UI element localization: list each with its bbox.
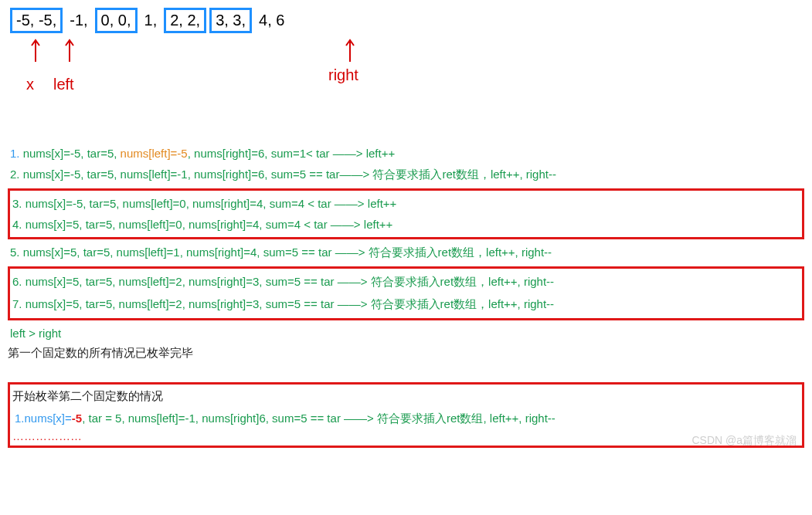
- step-3: 3. nums[x]=-5, tar=5, nums[left]=0, nums…: [10, 195, 802, 212]
- pointer-right-label: right: [328, 66, 358, 84]
- array-item-1: -1,: [66, 10, 91, 31]
- pointer-labels: x left right: [8, 76, 804, 107]
- arrow-left-icon: [63, 37, 76, 65]
- summary-1: 第一个固定数的所有情况已枚举完毕: [8, 346, 804, 361]
- step-4: 4. nums[x]=5, tar=5, nums[left]=0, nums[…: [10, 216, 802, 232]
- array-item-6: 4, 6: [255, 10, 288, 31]
- step-1: 1. nums[x]=-5, tar=5, nums[left]=-5, num…: [8, 145, 804, 161]
- array-item-3: 1,: [141, 10, 161, 31]
- algorithm-steps: 1. nums[x]=-5, tar=5, nums[left]=-5, num…: [8, 145, 804, 448]
- dots: ………………: [12, 429, 800, 442]
- red-box-group-1: 3. nums[x]=-5, tar=5, nums[left]=0, nums…: [8, 188, 804, 239]
- arrow-x-icon: [29, 37, 42, 65]
- watermark: CSDN @a篇博客就溜: [691, 434, 797, 448]
- step-5: 5. nums[x]=5, tar=5, nums[left]=1, nums[…: [8, 244, 804, 262]
- red-box-group-2: 6. nums[x]=5, tar=5, nums[left]=2, nums[…: [8, 266, 804, 320]
- step-2: 2. nums[x]=-5, tar=5, nums[left]=-1, num…: [8, 166, 804, 184]
- array-item-2: 0, 0,: [95, 8, 138, 33]
- array-visualization: -5, -5, -1, 0, 0, 1, 2, 2, 3, 3, 4, 6: [10, 8, 804, 33]
- section2-title: 开始枚举第二个固定数的情况: [12, 389, 800, 404]
- step-6: 6. nums[x]=5, tar=5, nums[left]=2, nums[…: [10, 273, 802, 291]
- pointer-left-label: left: [53, 76, 74, 93]
- red-box-group-3: 开始枚举第二个固定数的情况 1.nums[x]=-5, tar = 5, num…: [8, 382, 804, 448]
- arrows-row: [8, 37, 804, 76]
- array-item-0: -5, -5,: [10, 8, 63, 33]
- step-8: left > right: [8, 325, 804, 341]
- step-7: 7. nums[x]=5, tar=5, nums[left]=2, nums[…: [10, 296, 802, 313]
- step-2-1: 1.nums[x]=-5, tar = 5, nums[left]=-1, nu…: [12, 410, 800, 428]
- array-item-5: 3, 3,: [209, 8, 252, 33]
- arrow-right-icon: [344, 37, 356, 65]
- pointer-x-label: x: [26, 76, 34, 93]
- array-item-4: 2, 2,: [164, 8, 206, 33]
